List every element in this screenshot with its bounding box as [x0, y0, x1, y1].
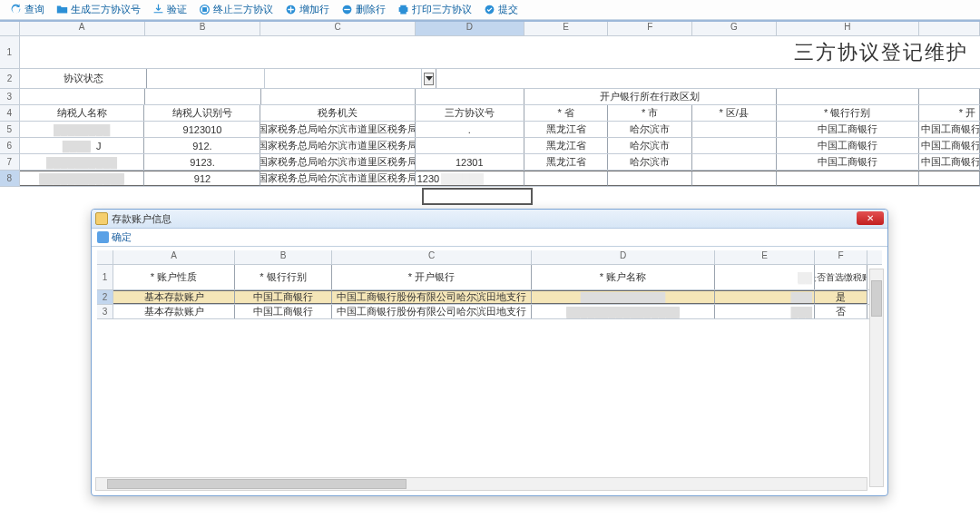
- col-header[interactable]: C: [260, 22, 415, 35]
- close-button[interactable]: ✕: [857, 211, 884, 225]
- toolbar-terminate[interactable]: 终止三方协议: [194, 1, 277, 19]
- col-header[interactable]: [919, 22, 980, 35]
- cell-org[interactable]: 国家税务总局哈尔滨市道里区税务局: [260, 154, 415, 170]
- toolbar-label: 提交: [498, 3, 518, 16]
- cell-id[interactable]: 9123.: [144, 154, 260, 170]
- row-number[interactable]: 4: [0, 105, 20, 121]
- cell-district[interactable]: [692, 122, 777, 137]
- cell-open[interactable]: [919, 171, 980, 186]
- col-header[interactable]: C: [332, 250, 532, 264]
- cell-province[interactable]: 黑龙江省: [524, 122, 609, 137]
- row-number[interactable]: 3: [97, 305, 113, 318]
- dialog-titlebar[interactable]: 存款账户信息 ✕: [92, 210, 887, 229]
- cell-open[interactable]: 中国工商银行: [919, 122, 980, 137]
- col-header[interactable]: E: [524, 22, 609, 35]
- toolbar-del-row[interactable]: 删除行: [337, 1, 389, 19]
- cell-acc-type[interactable]: 基本存款账户: [113, 290, 235, 304]
- cell-bank-type[interactable]: 中国工商银行: [235, 305, 332, 318]
- toolbar-verify[interactable]: 验证: [148, 1, 191, 19]
- cell-city[interactable]: 哈尔滨市: [608, 154, 692, 170]
- scrollbar-thumb[interactable]: [107, 479, 407, 489]
- col-header[interactable]: A: [20, 22, 145, 35]
- row-number[interactable]: 2: [97, 290, 113, 304]
- horizontal-scrollbar[interactable]: [95, 477, 867, 491]
- corner-cell[interactable]: [0, 22, 20, 35]
- col-header[interactable]: F: [608, 22, 692, 35]
- corner-cell[interactable]: [97, 250, 113, 264]
- cell-open[interactable]: 中国工商银行: [919, 138, 980, 153]
- toolbar-label: 打印三方协议: [412, 3, 472, 16]
- stop-icon: [198, 4, 211, 16]
- cell-acc-type[interactable]: 基本存款账户: [113, 305, 235, 318]
- row-number[interactable]: 1: [97, 265, 113, 289]
- cell-no[interactable]: 12301: [416, 154, 524, 170]
- row-number[interactable]: 1: [0, 36, 20, 68]
- row-number[interactable]: 2: [0, 69, 20, 88]
- cell-no[interactable]: .: [416, 122, 524, 137]
- row-number[interactable]: 5: [0, 122, 20, 137]
- toolbar-print[interactable]: 打印三方协议: [393, 1, 475, 19]
- table-row-selected[interactable]: 8 ████████████ 912 国家税务总局哈尔滨市道里区税务局 1230…: [0, 171, 980, 187]
- cell-no[interactable]: 1230██████: [416, 171, 524, 186]
- row-number[interactable]: 3: [0, 89, 20, 104]
- cell-bank[interactable]: 中国工商银行: [777, 122, 920, 137]
- header-agree-no: 三方协议号: [416, 105, 524, 121]
- table-row[interactable]: 7 ██████████ 9123. 国家税务总局哈尔滨市道里区税务局 1230…: [0, 154, 980, 171]
- header-tax-org: 税务机关: [260, 105, 415, 121]
- vertical-scrollbar[interactable]: [869, 269, 884, 487]
- table-row[interactable]: 5 ████████ 9123010 国家税务总局哈尔滨市道里区税务局 . 黑龙…: [0, 122, 980, 138]
- col-header[interactable]: B: [145, 22, 261, 35]
- cell-first-pick[interactable]: 是: [815, 290, 867, 304]
- toolbar-add-row[interactable]: 增加行: [280, 1, 333, 19]
- col-header[interactable]: D: [416, 22, 524, 35]
- col-header[interactable]: F: [815, 250, 867, 264]
- row-number[interactable]: 7: [0, 154, 20, 170]
- cell-no[interactable]: [416, 138, 524, 153]
- cell-province[interactable]: 黑龙江省: [524, 154, 609, 170]
- row-number[interactable]: 6: [0, 138, 20, 153]
- status-dropdown-button[interactable]: [424, 73, 434, 85]
- cell-province[interactable]: [524, 171, 609, 186]
- header-open-bank: * 开: [919, 105, 980, 121]
- cell-city[interactable]: 哈尔滨市: [608, 122, 692, 137]
- cell-org[interactable]: 国家税务总局哈尔滨市道里区税务局: [260, 122, 415, 137]
- cell-id[interactable]: 912: [144, 171, 260, 186]
- modal-row-selected[interactable]: 2 基本存款账户 中国工商银行 中国工商银行股份有限公司哈尔滨田地支行 ████…: [97, 290, 882, 305]
- table-row[interactable]: 6 ████ J 912. 国家税务总局哈尔滨市道里区税务局 黑龙江省 哈尔滨市…: [0, 138, 980, 154]
- col-header[interactable]: A: [113, 250, 235, 264]
- cell-bank-type[interactable]: 中国工商银行: [235, 290, 332, 304]
- toolbar-label: 生成三方协议号: [71, 3, 141, 16]
- col-header[interactable]: D: [532, 250, 715, 264]
- cell-district[interactable]: [692, 138, 777, 153]
- modal-row[interactable]: 3 基本存款账户 中国工商银行 中国工商银行股份有限公司哈尔滨田地支行 ████…: [97, 305, 882, 319]
- col-header[interactable]: G: [692, 22, 777, 35]
- cell-province[interactable]: 黑龙江省: [524, 138, 609, 153]
- cell-city[interactable]: 哈尔滨市: [608, 138, 692, 153]
- col-header[interactable]: B: [235, 250, 332, 264]
- toolbar-submit[interactable]: 提交: [479, 1, 522, 19]
- cell-city[interactable]: [608, 171, 692, 186]
- cell-org[interactable]: 国家税务总局哈尔滨市道里区税务局: [260, 171, 415, 186]
- row-number[interactable]: 8: [0, 171, 20, 186]
- cell-bank[interactable]: 中国工商银行: [777, 154, 920, 170]
- toolbar-label: 增加行: [299, 3, 329, 16]
- scrollbar-thumb[interactable]: [871, 280, 882, 317]
- col-header[interactable]: H: [777, 22, 920, 35]
- cell-bank[interactable]: 中国工商银行: [777, 138, 920, 153]
- cell-id[interactable]: 9123010: [144, 122, 260, 137]
- cell-open[interactable]: 中国工商银行: [919, 154, 980, 170]
- confirm-button[interactable]: 确定: [112, 230, 132, 244]
- toolbar-query[interactable]: 查询: [5, 1, 48, 19]
- cell-district[interactable]: [692, 171, 777, 186]
- masked-name: ████████████████: [566, 307, 680, 318]
- toolbar-gen-no[interactable]: 生成三方协议号: [52, 1, 144, 19]
- cell-district[interactable]: [692, 154, 777, 170]
- col-header[interactable]: E: [715, 250, 815, 264]
- cell-id[interactable]: 912.: [144, 138, 260, 153]
- cell-open-bank[interactable]: 中国工商银行股份有限公司哈尔滨田地支行: [332, 305, 532, 318]
- cell-org[interactable]: 国家税务总局哈尔滨市道里区税务局: [260, 138, 415, 153]
- cell-bank[interactable]: [777, 171, 920, 186]
- cell-open-bank[interactable]: 中国工商银行股份有限公司哈尔滨田地支行: [332, 290, 532, 304]
- masked-name: ████████████: [39, 173, 124, 184]
- cell-first-pick[interactable]: 否: [815, 305, 867, 318]
